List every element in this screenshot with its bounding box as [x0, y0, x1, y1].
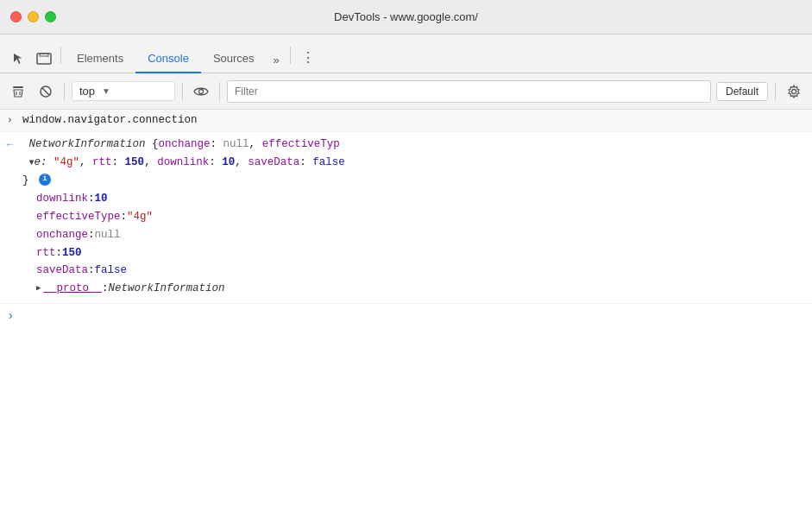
tab-sources[interactable]: Sources: [201, 45, 267, 73]
tab-elements[interactable]: Elements: [65, 45, 135, 73]
svg-point-7: [199, 89, 204, 93]
console-prompt-row: ›: [0, 304, 812, 329]
property-downlink: downlink: 10: [0, 190, 115, 208]
filter-input[interactable]: [227, 80, 711, 103]
output-summary-line2: ▼e: "4g", rtt: 150, downlink: 10, saveDa…: [22, 155, 345, 171]
context-selector[interactable]: top ▼: [72, 81, 175, 101]
input-command: window.navigator.connection: [22, 114, 198, 126]
tab-divider-right: [290, 47, 291, 64]
minimize-button[interactable]: [28, 11, 39, 22]
class-name: NetworkInformation: [29, 138, 153, 150]
tab-more-button[interactable]: »: [267, 47, 286, 73]
property-savedata: saveData: false: [0, 262, 134, 280]
svg-rect-1: [40, 54, 48, 56]
svg-point-8: [792, 89, 796, 93]
output-summary-line1: NetworkInformation {onchange: null, effe…: [22, 136, 340, 153]
svg-rect-0: [37, 54, 51, 64]
toolbar-divider-1: [64, 82, 65, 101]
property-effectivetype: effectiveType: "4g": [0, 208, 160, 226]
toolbar-divider-4: [775, 82, 776, 101]
input-arrow: ›: [7, 112, 22, 128]
eye-button[interactable]: [190, 80, 212, 103]
info-icon[interactable]: i: [39, 174, 51, 186]
output-close-brace: } i: [22, 173, 51, 189]
clear-console-button[interactable]: [7, 80, 29, 103]
settings-button[interactable]: [783, 80, 805, 103]
toolbar-divider-3: [219, 82, 220, 101]
cursor-icon[interactable]: [7, 52, 31, 66]
chevron-down-icon: ▼: [102, 86, 110, 96]
proto-triangle[interactable]: ▶: [36, 283, 41, 295]
frame-icon[interactable]: [31, 52, 57, 66]
svg-rect-2: [13, 86, 23, 88]
toolbar-divider-2: [182, 82, 183, 101]
window-controls: [10, 11, 56, 22]
titlebar-title: DevTools - www.google.com/: [334, 10, 478, 23]
property-onchange: onchange: null: [0, 226, 128, 244]
svg-line-6: [42, 87, 50, 95]
console-input-text: window.navigator.connection: [22, 112, 805, 129]
console-output-row: ← NetworkInformation {onchange: null, ef…: [0, 132, 812, 304]
property-rtt: rtt: 150: [0, 244, 89, 262]
context-value: top: [79, 85, 95, 98]
property-proto: ▶ __proto__: NetworkInformation: [0, 280, 231, 300]
tab-divider-left: [60, 47, 61, 64]
devtools-menu-button[interactable]: ⋮: [294, 49, 322, 66]
console-toolbar: top ▼ Default: [0, 73, 812, 110]
log-level-button[interactable]: Default: [716, 82, 768, 101]
tabbar: Elements Console Sources » ⋮: [0, 35, 812, 73]
close-button[interactable]: [10, 11, 22, 22]
maximize-button[interactable]: [45, 11, 56, 22]
return-arrow: ←: [7, 136, 22, 153]
titlebar: DevTools - www.google.com/: [0, 0, 812, 35]
block-button[interactable]: [35, 80, 57, 103]
console-area: › window.navigator.connection ← NetworkI…: [0, 110, 812, 531]
console-input-row: › window.navigator.connection: [0, 110, 812, 132]
tab-console[interactable]: Console: [135, 45, 201, 73]
console-prompt-symbol[interactable]: ›: [7, 307, 14, 326]
